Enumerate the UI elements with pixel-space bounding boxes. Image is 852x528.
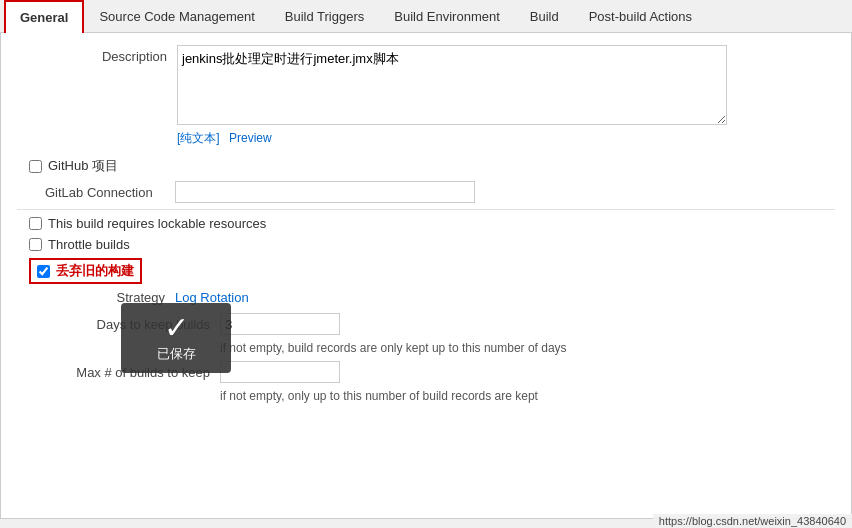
plain-text-link[interactable]: [纯文本]: [177, 131, 220, 145]
main-content: Description jenkins批处理定时进行jmeter.jmx脚本 […: [0, 33, 852, 519]
github-checkbox[interactable]: [29, 160, 42, 173]
gitlab-input[interactable]: [175, 181, 475, 203]
tab-build[interactable]: Build: [515, 0, 574, 33]
discard-label[interactable]: 丢弃旧的构建: [56, 262, 134, 280]
description-label: Description: [17, 45, 177, 64]
lockable-checkbox-row: This build requires lockable resources: [17, 216, 835, 231]
github-checkbox-row: GitHub 项目: [17, 157, 835, 175]
tab-bar: General Source Code Management Build Tri…: [0, 0, 852, 33]
description-row: Description jenkins批处理定时进行jmeter.jmx脚本 […: [17, 45, 835, 147]
tab-postbuild[interactable]: Post-build Actions: [574, 0, 707, 33]
tab-scm[interactable]: Source Code Management: [84, 0, 269, 33]
github-label[interactable]: GitHub 项目: [48, 157, 118, 175]
saved-overlay: ✓ 已保存: [121, 303, 231, 373]
throttle-label[interactable]: Throttle builds: [48, 237, 130, 252]
saved-checkmark: ✓: [164, 313, 189, 343]
lockable-checkbox[interactable]: [29, 217, 42, 230]
max-builds-input[interactable]: [220, 361, 340, 383]
throttle-checkbox[interactable]: [29, 238, 42, 251]
divider-1: [17, 209, 835, 210]
throttle-checkbox-row: Throttle builds: [17, 237, 835, 252]
max-builds-hint: if not empty, only up to this number of …: [45, 389, 835, 403]
discard-checkbox-highlighted: 丢弃旧的构建: [17, 258, 835, 290]
description-textarea[interactable]: jenkins批处理定时进行jmeter.jmx脚本: [177, 45, 727, 125]
lockable-label[interactable]: This build requires lockable resources: [48, 216, 266, 231]
tab-general[interactable]: General: [4, 0, 84, 33]
gitlab-row: GitLab Connection: [17, 181, 835, 203]
saved-text: 已保存: [157, 345, 196, 363]
tab-environment[interactable]: Build Environment: [379, 0, 515, 33]
description-control: jenkins批处理定时进行jmeter.jmx脚本 [纯文本] Preview: [177, 45, 835, 147]
discard-checkbox[interactable]: [37, 265, 50, 278]
gitlab-label: GitLab Connection: [45, 185, 175, 200]
preview-link[interactable]: Preview: [229, 131, 272, 145]
url-bar: https://blog.csdn.net/weixin_43840640: [653, 514, 852, 528]
textarea-links: [纯文本] Preview: [177, 130, 835, 147]
days-keep-input[interactable]: [220, 313, 340, 335]
tab-triggers[interactable]: Build Triggers: [270, 0, 379, 33]
